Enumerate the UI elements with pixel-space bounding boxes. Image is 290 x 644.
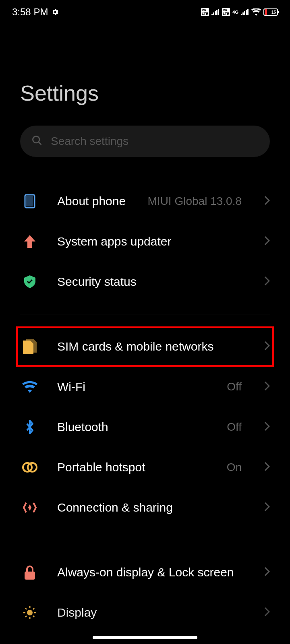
settings-item-wifi[interactable]: Wi-Fi Off [0, 367, 290, 407]
search-icon [31, 135, 43, 148]
search-placeholder: Search settings [51, 135, 128, 148]
item-label: Connection & sharing [57, 501, 245, 514]
page-title: Settings [0, 24, 290, 126]
svg-rect-1 [213, 12, 214, 15]
settings-item-system-apps-updater[interactable]: System apps updater [0, 221, 290, 262]
shield-check-icon [22, 274, 38, 290]
signal-icon-2 [241, 9, 249, 15]
divider [20, 540, 270, 540]
chevron-right-icon [264, 381, 270, 392]
lock-icon [22, 564, 38, 580]
arrow-up-icon [22, 233, 38, 250]
chevron-right-icon [264, 421, 270, 433]
item-label: Always-on display & Lock screen [57, 566, 245, 579]
svg-rect-0 [211, 14, 213, 15]
gear-icon [51, 8, 59, 16]
wifi-icon [22, 379, 38, 395]
chevron-right-icon [264, 462, 270, 473]
item-label: SIM cards & mobile networks [57, 340, 245, 353]
svg-rect-9 [247, 9, 249, 15]
item-label: Bluetooth [57, 420, 207, 434]
item-value: MIUI Global 13.0.8 [148, 195, 242, 208]
status-right: VoLTE VoLTE 4G 15 [201, 8, 278, 16]
chevron-right-icon [264, 607, 270, 618]
item-label: System apps updater [57, 235, 245, 248]
sim-card-icon [22, 339, 38, 355]
status-bar: 3:58 PM VoLTE VoLTE 4G 15 [0, 0, 290, 24]
svg-rect-6 [242, 12, 244, 15]
status-left: 3:58 PM [12, 6, 59, 18]
brightness-icon [22, 605, 38, 621]
svg-line-23 [33, 616, 34, 617]
status-time: 3:58 PM [12, 6, 48, 18]
signal-icon-1 [211, 9, 220, 15]
chevron-right-icon [264, 236, 270, 247]
search-input[interactable]: Search settings [20, 126, 270, 157]
bluetooth-icon [22, 419, 38, 435]
svg-rect-4 [218, 9, 219, 15]
home-indicator[interactable] [93, 636, 197, 639]
settings-list: About phone MIUI Global 13.0.8 System ap… [0, 157, 290, 633]
settings-item-display[interactable]: Display [0, 592, 290, 633]
item-label: Portable hotspot [57, 460, 207, 474]
settings-item-portable-hotspot[interactable]: Portable hotspot On [0, 447, 290, 487]
item-value: Off [227, 421, 242, 433]
item-label: About phone [57, 194, 128, 208]
svg-line-25 [33, 608, 34, 609]
item-value: Off [227, 380, 242, 393]
volte-icon-1: VoLTE [201, 8, 209, 16]
volte-icon-2: VoLTE [222, 8, 230, 16]
item-label: Wi-Fi [57, 380, 207, 394]
settings-item-about-phone[interactable]: About phone MIUI Global 13.0.8 [0, 181, 290, 221]
chevron-right-icon [264, 196, 270, 207]
network-4g-icon: 4G [232, 10, 238, 14]
svg-line-24 [25, 616, 27, 617]
svg-rect-3 [216, 10, 218, 15]
svg-line-11 [39, 142, 41, 145]
settings-item-connection-sharing[interactable]: Connection & sharing [0, 487, 290, 528]
svg-rect-7 [244, 11, 245, 15]
settings-item-sim-cards[interactable]: SIM cards & mobile networks [16, 326, 274, 367]
settings-item-always-on-display[interactable]: Always-on display & Lock screen [0, 552, 290, 592]
settings-item-security-status[interactable]: Security status [0, 262, 290, 302]
svg-rect-8 [246, 10, 247, 15]
chevron-right-icon [264, 502, 270, 513]
settings-item-bluetooth[interactable]: Bluetooth Off [0, 407, 290, 447]
chevron-right-icon [264, 276, 270, 287]
connection-share-icon [22, 500, 38, 516]
svg-point-17 [27, 610, 33, 615]
item-value: On [227, 461, 242, 474]
wifi-status-icon [251, 8, 261, 16]
svg-point-10 [33, 136, 39, 143]
svg-line-22 [25, 608, 27, 609]
svg-rect-16 [25, 572, 35, 580]
svg-rect-13 [26, 196, 33, 206]
item-label: Security status [57, 275, 245, 289]
divider [20, 314, 270, 314]
battery-icon: 15 [263, 8, 278, 16]
phone-outline-icon [22, 193, 38, 209]
hotspot-rings-icon [22, 459, 38, 475]
svg-rect-2 [215, 11, 216, 15]
svg-rect-5 [241, 14, 242, 15]
chevron-right-icon [264, 341, 270, 352]
item-label: Display [57, 606, 245, 619]
chevron-right-icon [264, 567, 270, 578]
